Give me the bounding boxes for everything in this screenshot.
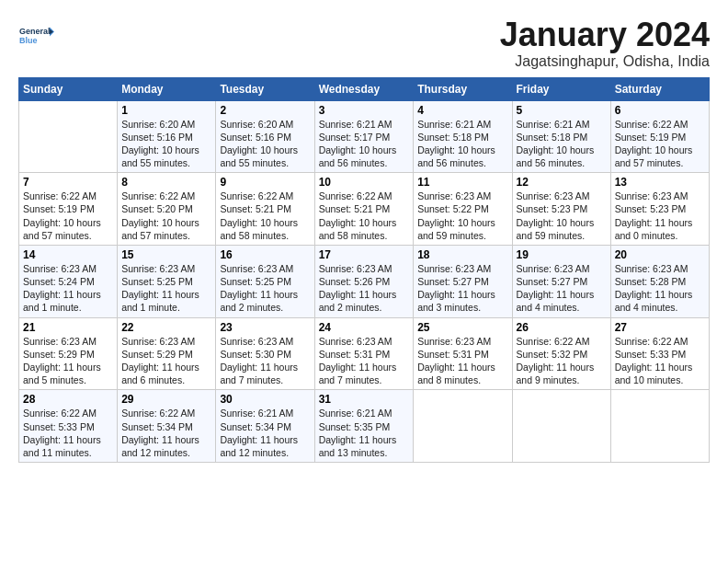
calendar-cell: 17Sunrise: 6:23 AM Sunset: 5:26 PM Dayli… bbox=[314, 245, 414, 317]
day-number: 7 bbox=[23, 176, 113, 189]
day-info: Sunrise: 6:23 AM Sunset: 5:28 PM Dayligh… bbox=[615, 262, 705, 315]
calendar-cell: 30Sunrise: 6:21 AM Sunset: 5:34 PM Dayli… bbox=[216, 390, 314, 463]
day-number: 16 bbox=[220, 248, 310, 261]
day-number: 30 bbox=[220, 393, 310, 406]
day-info: Sunrise: 6:23 AM Sunset: 5:22 PM Dayligh… bbox=[417, 190, 507, 242]
day-info: Sunrise: 6:22 AM Sunset: 5:19 PM Dayligh… bbox=[615, 118, 705, 170]
weekday-header: Friday bbox=[512, 77, 610, 100]
day-info: Sunrise: 6:21 AM Sunset: 5:18 PM Dayligh… bbox=[417, 118, 507, 170]
day-number: 20 bbox=[615, 248, 705, 261]
day-info: Sunrise: 6:23 AM Sunset: 5:26 PM Dayligh… bbox=[319, 262, 410, 315]
calendar-cell: 9Sunrise: 6:22 AM Sunset: 5:21 PM Daylig… bbox=[216, 173, 314, 246]
calendar-cell: 4Sunrise: 6:21 AM Sunset: 5:18 PM Daylig… bbox=[414, 100, 512, 173]
day-info: Sunrise: 6:22 AM Sunset: 5:21 PM Dayligh… bbox=[319, 190, 410, 242]
calendar-cell: 11Sunrise: 6:23 AM Sunset: 5:22 PM Dayli… bbox=[414, 173, 512, 246]
calendar-cell: 24Sunrise: 6:23 AM Sunset: 5:31 PM Dayli… bbox=[314, 317, 414, 390]
day-info: Sunrise: 6:21 AM Sunset: 5:35 PM Dayligh… bbox=[319, 407, 410, 459]
day-info: Sunrise: 6:23 AM Sunset: 5:23 PM Dayligh… bbox=[615, 190, 705, 242]
day-number: 29 bbox=[121, 393, 211, 406]
calendar-cell: 28Sunrise: 6:22 AM Sunset: 5:33 PM Dayli… bbox=[19, 390, 118, 463]
day-number: 2 bbox=[220, 104, 310, 117]
day-number: 13 bbox=[615, 176, 705, 189]
calendar-cell: 10Sunrise: 6:22 AM Sunset: 5:21 PM Dayli… bbox=[314, 173, 414, 246]
day-info: Sunrise: 6:23 AM Sunset: 5:23 PM Dayligh… bbox=[517, 190, 607, 242]
day-info: Sunrise: 6:23 AM Sunset: 5:27 PM Dayligh… bbox=[517, 262, 607, 315]
day-info: Sunrise: 6:20 AM Sunset: 5:16 PM Dayligh… bbox=[121, 118, 211, 170]
day-number: 6 bbox=[615, 104, 705, 117]
svg-text:Blue: Blue bbox=[19, 36, 38, 45]
day-info: Sunrise: 6:22 AM Sunset: 5:19 PM Dayligh… bbox=[23, 190, 113, 242]
weekday-header: Thursday bbox=[414, 77, 512, 100]
day-number: 24 bbox=[319, 321, 410, 334]
day-info: Sunrise: 6:23 AM Sunset: 5:25 PM Dayligh… bbox=[220, 262, 310, 315]
logo-svg: General Blue bbox=[18, 17, 55, 53]
svg-text:General: General bbox=[19, 27, 51, 36]
calendar-cell: 25Sunrise: 6:23 AM Sunset: 5:31 PM Dayli… bbox=[414, 317, 512, 390]
calendar-cell bbox=[512, 390, 610, 463]
calendar-cell: 29Sunrise: 6:22 AM Sunset: 5:34 PM Dayli… bbox=[118, 390, 216, 463]
calendar-cell: 20Sunrise: 6:23 AM Sunset: 5:28 PM Dayli… bbox=[610, 245, 709, 317]
weekday-header: Wednesday bbox=[314, 77, 414, 100]
weekday-header-row: SundayMondayTuesdayWednesdayThursdayFrid… bbox=[19, 77, 710, 100]
calendar-week-row: 21Sunrise: 6:23 AM Sunset: 5:29 PM Dayli… bbox=[19, 317, 710, 390]
calendar-cell: 3Sunrise: 6:21 AM Sunset: 5:17 PM Daylig… bbox=[314, 100, 414, 173]
day-number: 22 bbox=[121, 321, 211, 334]
day-info: Sunrise: 6:23 AM Sunset: 5:31 PM Dayligh… bbox=[319, 335, 410, 387]
day-number: 10 bbox=[319, 176, 410, 189]
calendar-week-row: 1Sunrise: 6:20 AM Sunset: 5:16 PM Daylig… bbox=[19, 100, 710, 173]
day-info: Sunrise: 6:23 AM Sunset: 5:29 PM Dayligh… bbox=[121, 335, 211, 387]
day-info: Sunrise: 6:22 AM Sunset: 5:34 PM Dayligh… bbox=[121, 407, 211, 459]
logo: General Blue bbox=[18, 17, 55, 53]
calendar-cell bbox=[19, 100, 118, 173]
calendar-cell: 12Sunrise: 6:23 AM Sunset: 5:23 PM Dayli… bbox=[512, 173, 610, 246]
day-info: Sunrise: 6:20 AM Sunset: 5:16 PM Dayligh… bbox=[220, 118, 310, 170]
day-number: 3 bbox=[319, 104, 410, 117]
day-number: 25 bbox=[417, 321, 507, 334]
calendar-table: SundayMondayTuesdayWednesdayThursdayFrid… bbox=[18, 77, 710, 463]
calendar-cell bbox=[610, 390, 709, 463]
day-info: Sunrise: 6:23 AM Sunset: 5:25 PM Dayligh… bbox=[121, 262, 211, 315]
calendar-cell: 27Sunrise: 6:22 AM Sunset: 5:33 PM Dayli… bbox=[610, 317, 709, 390]
day-number: 14 bbox=[23, 248, 113, 261]
day-number: 18 bbox=[417, 248, 507, 261]
day-info: Sunrise: 6:22 AM Sunset: 5:21 PM Dayligh… bbox=[220, 190, 310, 242]
page: General Blue January 2024 Jagatsinghapur… bbox=[0, 0, 728, 563]
calendar-week-row: 28Sunrise: 6:22 AM Sunset: 5:33 PM Dayli… bbox=[19, 390, 710, 463]
calendar-cell: 21Sunrise: 6:23 AM Sunset: 5:29 PM Dayli… bbox=[19, 317, 118, 390]
day-info: Sunrise: 6:23 AM Sunset: 5:27 PM Dayligh… bbox=[417, 262, 507, 315]
calendar-cell: 26Sunrise: 6:22 AM Sunset: 5:32 PM Dayli… bbox=[512, 317, 610, 390]
day-number: 28 bbox=[23, 393, 113, 406]
day-number: 5 bbox=[517, 104, 607, 117]
calendar-cell: 7Sunrise: 6:22 AM Sunset: 5:19 PM Daylig… bbox=[19, 173, 118, 246]
weekday-header: Sunday bbox=[19, 77, 118, 100]
day-info: Sunrise: 6:23 AM Sunset: 5:30 PM Dayligh… bbox=[220, 335, 310, 387]
day-info: Sunrise: 6:22 AM Sunset: 5:33 PM Dayligh… bbox=[23, 407, 113, 459]
day-info: Sunrise: 6:23 AM Sunset: 5:29 PM Dayligh… bbox=[23, 335, 113, 387]
day-info: Sunrise: 6:22 AM Sunset: 5:32 PM Dayligh… bbox=[517, 335, 607, 387]
day-number: 15 bbox=[121, 248, 211, 261]
day-number: 19 bbox=[517, 248, 607, 261]
day-info: Sunrise: 6:23 AM Sunset: 5:24 PM Dayligh… bbox=[23, 262, 113, 315]
weekday-header: Saturday bbox=[610, 77, 709, 100]
page-subtitle: Jagatsinghapur, Odisha, India bbox=[500, 53, 710, 70]
day-info: Sunrise: 6:23 AM Sunset: 5:31 PM Dayligh… bbox=[417, 335, 507, 387]
calendar-cell: 2Sunrise: 6:20 AM Sunset: 5:16 PM Daylig… bbox=[216, 100, 314, 173]
calendar-week-row: 14Sunrise: 6:23 AM Sunset: 5:24 PM Dayli… bbox=[19, 245, 710, 317]
weekday-header: Monday bbox=[118, 77, 216, 100]
calendar-cell bbox=[414, 390, 512, 463]
day-number: 9 bbox=[220, 176, 310, 189]
day-number: 23 bbox=[220, 321, 310, 334]
day-info: Sunrise: 6:21 AM Sunset: 5:18 PM Dayligh… bbox=[517, 118, 607, 170]
calendar-cell: 13Sunrise: 6:23 AM Sunset: 5:23 PM Dayli… bbox=[610, 173, 709, 246]
calendar-cell: 15Sunrise: 6:23 AM Sunset: 5:25 PM Dayli… bbox=[118, 245, 216, 317]
calendar-cell: 5Sunrise: 6:21 AM Sunset: 5:18 PM Daylig… bbox=[512, 100, 610, 173]
day-number: 12 bbox=[517, 176, 607, 189]
calendar-cell: 22Sunrise: 6:23 AM Sunset: 5:29 PM Dayli… bbox=[118, 317, 216, 390]
day-info: Sunrise: 6:21 AM Sunset: 5:17 PM Dayligh… bbox=[319, 118, 410, 170]
day-info: Sunrise: 6:21 AM Sunset: 5:34 PM Dayligh… bbox=[220, 407, 310, 459]
calendar-cell: 31Sunrise: 6:21 AM Sunset: 5:35 PM Dayli… bbox=[314, 390, 414, 463]
calendar-cell: 18Sunrise: 6:23 AM Sunset: 5:27 PM Dayli… bbox=[414, 245, 512, 317]
day-number: 17 bbox=[319, 248, 410, 261]
calendar-cell: 8Sunrise: 6:22 AM Sunset: 5:20 PM Daylig… bbox=[118, 173, 216, 246]
weekday-header: Tuesday bbox=[216, 77, 314, 100]
